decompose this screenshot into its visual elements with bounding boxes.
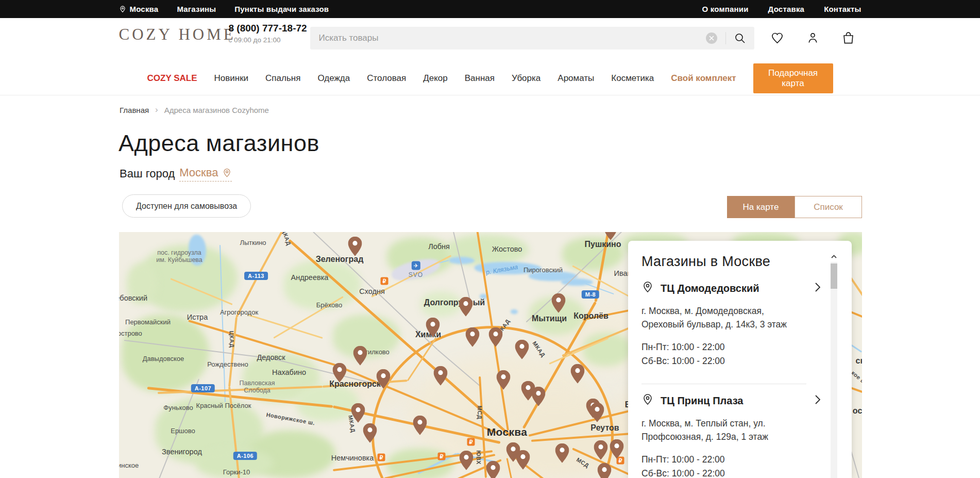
map-label: ЦКАД: [228, 331, 235, 348]
map-pin[interactable]: [348, 237, 362, 258]
nav-item-ванная[interactable]: Ванная: [465, 73, 495, 84]
nav-item-cozy-sale[interactable]: COZY SALE: [147, 73, 197, 84]
cart-bag-icon[interactable]: [841, 31, 855, 45]
nav-item-новинки[interactable]: Новинки: [214, 73, 248, 84]
map-label: ЮВХ: [476, 450, 482, 465]
map-pin[interactable]: [594, 440, 608, 462]
map-pin[interactable]: [460, 451, 474, 472]
map-pin[interactable]: [459, 297, 473, 319]
map-pin[interactable]: [466, 327, 480, 349]
scrollbar-up-icon[interactable]: [831, 252, 837, 260]
map-label: Реутов: [590, 423, 619, 433]
topbar-link[interactable]: Магазины: [177, 5, 216, 13]
main-nav: COZY SALEНовинкиСпальняОдеждаСтоловаяДек…: [0, 62, 980, 95]
topbar-link[interactable]: Доставка: [768, 5, 805, 13]
map-terrain: [122, 315, 209, 392]
map-pin[interactable]: [590, 403, 604, 424]
toggle-map-button[interactable]: На карте: [727, 196, 795, 218]
nav-item-одежда[interactable]: Одежда: [317, 73, 350, 84]
nav-item-косметика[interactable]: Косметика: [611, 73, 654, 84]
topbar-link[interactable]: О компании: [702, 5, 748, 13]
gift-card-button[interactable]: Подарочная карта: [753, 63, 833, 93]
search-clear-icon[interactable]: [706, 32, 717, 44]
map-pin[interactable]: [598, 463, 612, 478]
map-label: Горки-10: [223, 468, 250, 476]
nav-item-столовая[interactable]: Столовая: [367, 73, 406, 84]
topbar-right-links: О компанииДоставкаКонтакты: [702, 5, 861, 13]
nav-item-декор[interactable]: Декор: [423, 73, 448, 84]
map-label: Нахабино: [272, 368, 306, 376]
map-pin[interactable]: [555, 443, 569, 465]
map-label: Звенигород: [162, 448, 202, 456]
map-pin[interactable]: [351, 403, 365, 425]
map-road: [228, 317, 238, 387]
topbar-link[interactable]: Пункты выдачи заказов: [234, 5, 329, 13]
map-label: МСД: [477, 406, 483, 419]
toll-road-icon: ₽: [381, 277, 388, 285]
breadcrumb: Главная › Адреса магазинов Cozyhome: [120, 105, 269, 115]
store-name: ТЦ Домодедовский: [661, 283, 759, 294]
toggle-list-button[interactable]: Список: [795, 196, 862, 218]
nav-item-уборка[interactable]: Уборка: [512, 73, 540, 84]
chevron-right-icon[interactable]: [815, 282, 821, 294]
store-address: г. Москва, м. Домодедовская, Ореховый бу…: [641, 304, 805, 331]
store-list-panel: Магазины в Москве ТЦ Домодедовскийг. Мос…: [628, 241, 852, 478]
map-pin[interactable]: [489, 327, 503, 349]
scrollbar-track[interactable]: [831, 262, 837, 478]
phone-number[interactable]: 8 (800) 777-18-72: [229, 23, 307, 34]
map-label: ост: [853, 406, 862, 416]
map-pin[interactable]: [434, 366, 448, 388]
panel-title: Магазины в Москве: [641, 254, 770, 270]
chevron-right-icon[interactable]: [815, 394, 821, 407]
map-label: Лобня: [428, 242, 450, 251]
map-label: кое ш.: [850, 370, 862, 387]
map-pin[interactable]: [571, 364, 585, 386]
breadcrumb-home[interactable]: Главная: [120, 106, 149, 114]
location-pin-icon: [119, 5, 126, 13]
map-pin[interactable]: [610, 439, 624, 461]
map-pin[interactable]: [426, 318, 440, 339]
map-label: ск: [856, 356, 862, 366]
store-header[interactable]: ТЦ Домодедовский: [641, 281, 821, 295]
map-pin[interactable]: [377, 369, 391, 391]
store-divider: [641, 384, 806, 384]
search-icon[interactable]: [734, 32, 746, 44]
store-header[interactable]: ТЦ Принц Плаза: [641, 393, 821, 408]
map-label: Королёв: [573, 311, 609, 321]
account-user-icon[interactable]: [806, 31, 820, 45]
map-label: Красный Посёлок: [196, 402, 251, 409]
map-pin[interactable]: [515, 340, 529, 361]
map-label: Сходня: [359, 287, 385, 295]
map-road: [248, 314, 323, 339]
map-pin[interactable]: [333, 363, 347, 385]
map-pin[interactable]: [552, 293, 566, 315]
city-selector[interactable]: Москва: [179, 166, 232, 182]
map-pin[interactable]: [363, 423, 377, 445]
map-label: Первомайский: [125, 318, 171, 326]
toll-road-icon: ₽: [378, 454, 385, 461]
map-label: ринское: [119, 461, 139, 469]
map-pin[interactable]: [497, 370, 511, 392]
toll-road-icon: ₽: [438, 453, 446, 460]
logo[interactable]: COZY HOME: [119, 25, 236, 44]
map-pin[interactable]: [353, 346, 367, 368]
search-bar: [310, 27, 754, 50]
topbar-link[interactable]: Контакты: [824, 5, 861, 13]
map-pin[interactable]: [532, 387, 546, 408]
search-input[interactable]: [310, 33, 706, 43]
pickup-filter-chip[interactable]: Доступен для самовывоза: [122, 194, 251, 218]
map-pin[interactable]: [413, 416, 427, 437]
nav-item-спальня[interactable]: Спальня: [265, 73, 300, 84]
breadcrumb-separator-icon: ›: [155, 105, 158, 115]
store-pin-icon: [641, 281, 654, 295]
page-title: Адреса магазинов: [119, 130, 319, 157]
nav-item-ароматы[interactable]: Ароматы: [557, 73, 594, 84]
topbar-link[interactable]: Москва: [119, 5, 159, 13]
nav-item-свой-комплект[interactable]: Свой комплект: [671, 73, 736, 84]
your-city-label: Ваш город: [120, 167, 175, 180]
scrollbar-thumb[interactable]: [831, 263, 837, 289]
favorites-heart-icon[interactable]: [770, 31, 784, 45]
map-pin[interactable]: [486, 461, 500, 478]
map-pin[interactable]: [516, 450, 530, 472]
map-pin[interactable]: [604, 232, 618, 242]
